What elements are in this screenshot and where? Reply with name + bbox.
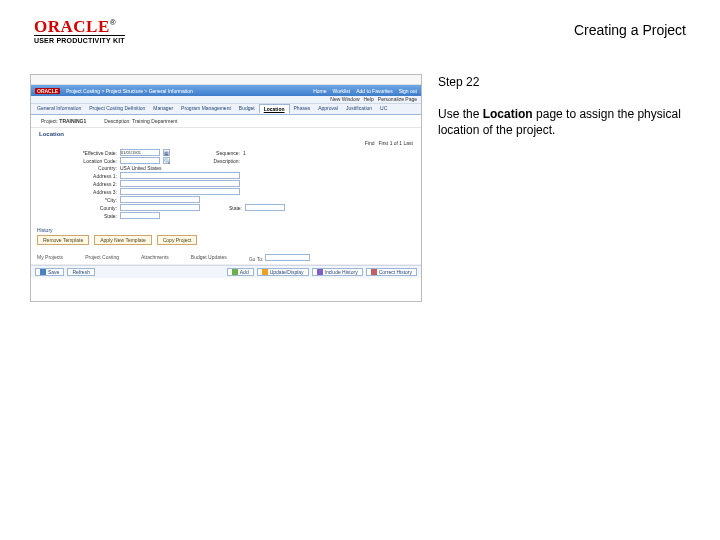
my-projects-link[interactable]: My Projects <box>37 254 63 262</box>
step-body: Use the Location page to assign the phys… <box>438 106 690 138</box>
save-button[interactable]: Save <box>35 268 64 276</box>
loc-desc-label: Description: <box>206 158 240 164</box>
tab-general-information[interactable]: General Information <box>33 104 85 114</box>
location-form: *Effective Date: 01/01/1901 ▦ Sequence: … <box>31 149 421 224</box>
description-value: Training Department <box>132 118 177 124</box>
tab-location[interactable]: Location <box>259 104 290 114</box>
calendar-icon[interactable]: ▦ <box>163 149 170 156</box>
goto-dropdown[interactable] <box>265 254 310 261</box>
address3-field[interactable] <box>120 188 240 195</box>
oracle-logo-text: ORACLE <box>34 17 110 36</box>
upk-label: USER PRODUCTIVITY KIT <box>34 35 125 44</box>
app-screenshot: ORACLE Project Costing > Project Structu… <box>30 74 422 302</box>
lookup-icon[interactable]: 🔍 <box>163 157 170 164</box>
effective-date-field[interactable]: 01/01/1901 <box>120 149 160 156</box>
location-code-label: Location Code: <box>59 158 117 164</box>
oracle-upk-logo: ORACLE® USER PRODUCTIVITY KIT <box>34 18 125 44</box>
state-col-field[interactable] <box>245 204 285 211</box>
budget-updates-link[interactable]: Budget Updates <box>191 254 227 262</box>
tab-project-costing-definition[interactable]: Project Costing Definition <box>85 104 149 114</box>
state-label: State: <box>59 213 117 219</box>
address1-label: Address 1: <box>59 173 117 179</box>
goto-label: Go To: <box>249 256 264 262</box>
nav-worklist-link[interactable]: Worklist <box>333 88 351 94</box>
tab-uc[interactable]: UC <box>376 104 391 114</box>
add-button[interactable]: Add <box>227 268 254 276</box>
address2-label: Address 2: <box>59 181 117 187</box>
address3-label: Address 3: <box>59 189 117 195</box>
county-field[interactable] <box>120 204 200 211</box>
address1-field[interactable] <box>120 172 240 179</box>
oracle-app-logo: ORACLE <box>35 88 60 94</box>
refresh-button[interactable]: Refresh <box>67 268 95 276</box>
instruction-panel: Step 22 Use the Location page to assign … <box>438 74 690 302</box>
tab-budget[interactable]: Budget <box>235 104 259 114</box>
remove-template-button[interactable]: Remove Template <box>37 235 89 245</box>
tab-approval[interactable]: Approval <box>314 104 342 114</box>
county-label: County: <box>59 205 117 211</box>
nav-home-link[interactable]: Home <box>313 88 326 94</box>
copy-project-button[interactable]: Copy Project <box>157 235 198 245</box>
step-body-bold: Location <box>483 107 533 121</box>
include-history-icon <box>317 269 323 275</box>
tab-phases[interactable]: Phases <box>290 104 315 114</box>
page-title: Creating a Project <box>574 22 686 38</box>
description-label: Description: <box>104 118 130 124</box>
tab-justification[interactable]: Justification <box>342 104 376 114</box>
apply-template-button[interactable]: Apply New Template <box>94 235 152 245</box>
sequence-label: Sequence: <box>206 150 240 156</box>
country-label: Country: <box>59 165 117 171</box>
location-section-heading: Location <box>31 128 421 138</box>
project-value: TRAINING1 <box>59 118 86 124</box>
city-field[interactable] <box>120 196 200 203</box>
project-summary-row: Project: TRAINING1 Description: Training… <box>31 115 421 128</box>
project-costing-link[interactable]: Project Costing <box>85 254 119 262</box>
tab-strip: General Information Project Costing Defi… <box>31 104 421 115</box>
city-label: *City: <box>59 197 117 203</box>
sequence-value: 1 <box>243 150 246 156</box>
new-window-link[interactable]: New Window <box>330 96 359 103</box>
location-code-field[interactable] <box>120 157 160 164</box>
effective-date-label: *Effective Date: <box>59 150 117 156</box>
include-history-button[interactable]: Include History <box>312 268 363 276</box>
history-label: History <box>31 224 421 234</box>
browser-chrome <box>31 75 421 85</box>
correct-history-button[interactable]: Correct History <box>366 268 417 276</box>
grid-nav[interactable]: First 1 of 1 Last <box>379 140 413 146</box>
update-display-button[interactable]: Update/Display <box>257 268 309 276</box>
attachments-link[interactable]: Attachments <box>141 254 169 262</box>
oracle-app-bar: ORACLE Project Costing > Project Structu… <box>31 85 421 96</box>
state-col-label: State: <box>218 205 242 211</box>
oracle-subbar: New Window Help Personalize Page <box>31 96 421 104</box>
update-icon <box>262 269 268 275</box>
address2-field[interactable] <box>120 180 240 187</box>
breadcrumb: Project Costing > Project Structure > Ge… <box>66 88 193 94</box>
tab-program-management[interactable]: Program Management <box>177 104 235 114</box>
step-label: Step 22 <box>438 74 690 90</box>
save-icon <box>40 269 46 275</box>
help-link[interactable]: Help <box>364 96 374 103</box>
nav-signout-link[interactable]: Sign out <box>399 88 417 94</box>
country-value: USA United States <box>120 165 161 171</box>
personalize-link[interactable]: Personalize Page <box>378 96 417 103</box>
plus-icon <box>232 269 238 275</box>
nav-favorites-link[interactable]: Add to Favorites <box>356 88 392 94</box>
find-label[interactable]: Find <box>365 140 375 146</box>
project-label: Project: <box>41 118 58 124</box>
correct-history-icon <box>371 269 377 275</box>
tab-manager[interactable]: Manager <box>149 104 177 114</box>
action-footer: Save Refresh Add Update/Display Include … <box>31 265 421 278</box>
state-field[interactable] <box>120 212 160 219</box>
oracle-logo-tm: ® <box>110 18 116 27</box>
